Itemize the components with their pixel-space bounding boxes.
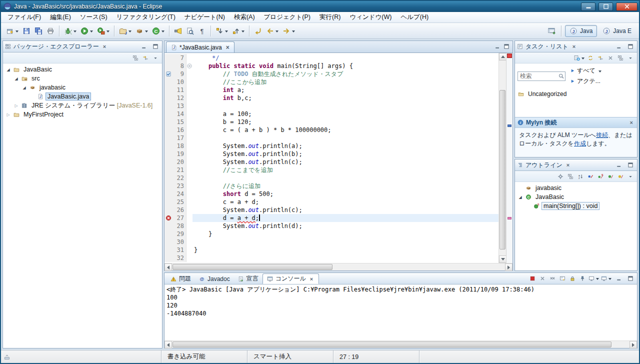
marker-gutter[interactable] [164,166,172,174]
code-text[interactable]: System.out.println(a); [192,142,498,150]
forward-button[interactable] [281,25,296,37]
code-text[interactable]: // TODO 自動生成されたメソッド・スタブ [192,70,498,78]
close-view-icon[interactable]: × [102,44,108,50]
fold-gutter[interactable] [186,182,192,190]
tab-declaration[interactable]: 宣言 [234,274,262,284]
marker-gutter[interactable] [164,158,172,166]
fold-gutter[interactable] [186,166,192,174]
pin-console-button[interactable] [578,274,587,283]
link-editor-button[interactable] [141,54,150,62]
tree-item[interactable]: ◢javabasic [3,83,162,92]
fold-gutter[interactable] [186,150,192,158]
mylyn-link[interactable]: 作成 [574,140,586,147]
code-text[interactable]: //ここから追加 [192,78,498,86]
scroll-right-button[interactable] [505,264,512,271]
print-button[interactable] [45,25,56,37]
code-text[interactable] [192,174,498,182]
scope-button[interactable]: すべて [568,66,603,76]
scrollbar-thumb[interactable] [500,90,506,250]
view-menu-button[interactable] [626,54,635,62]
titlebar[interactable]: Java - JavaBasic/src/javabasic/JavaBasic… [1,1,639,12]
maximize-editor-button[interactable] [502,42,511,51]
menu-item[interactable]: 実行(R) [315,12,345,23]
delete-x-button[interactable] [606,54,615,62]
tree-item[interactable]: javabasic [515,184,637,192]
menu-item[interactable]: プロジェクト(P) [260,12,315,23]
scroll-down-button[interactable] [499,256,506,263]
marker-gutter[interactable] [164,230,172,238]
scrollbar-track[interactable] [172,341,630,348]
menu-item[interactable]: ヘルプ(H) [396,12,433,23]
console-horizontal-scrollbar[interactable] [164,340,637,348]
code-editor[interactable]: 7 */8 public static void main(String[] a… [164,53,498,263]
code-text[interactable]: int b,c; [192,94,498,102]
code-text[interactable]: //ここまでを追加 [192,166,498,174]
new-class-button[interactable]: C [150,25,166,37]
fold-gutter[interactable] [186,78,192,86]
code-text[interactable]: */ [192,54,498,62]
expander-icon[interactable]: ◢ [13,76,20,81]
tree-item[interactable]: JJavaBasic.java [3,92,162,101]
console-output[interactable]: <終了> JavaBasic [Java アプリケーション] C:¥Progra… [164,284,637,340]
hide-fields-button[interactable] [586,172,595,181]
code-text[interactable] [192,238,498,246]
fold-gutter[interactable] [186,206,192,214]
code-text[interactable]: System.out.println(c); [192,206,498,214]
task-new-button[interactable] [574,54,585,62]
marker-gutter[interactable] [164,118,172,126]
minimize-editor-button[interactable] [493,42,502,51]
tab-console[interactable]: コンソール× [262,274,320,284]
code-text[interactable]: public static void main(String[] args) { [192,62,498,70]
editor-tab[interactable]: J *JavaBasic.java × [166,42,234,52]
fold-gutter[interactable] [186,190,192,198]
marker-gutter[interactable] [164,174,172,182]
search-icon[interactable] [558,73,564,80]
minimize-view-button[interactable] [614,160,624,170]
show-whitespace-button[interactable]: ¶ [196,25,208,37]
sort-alpha-button[interactable]: az [576,172,585,181]
scroll-right-button[interactable] [630,341,637,348]
marker-gutter[interactable] [164,150,172,158]
close-button[interactable] [616,2,638,11]
marker-gutter[interactable] [164,70,172,78]
minimize-view-button[interactable] [614,274,624,283]
fold-gutter[interactable] [186,126,192,134]
scroll-left-button[interactable] [164,264,172,271]
marker-gutter[interactable] [164,54,172,62]
code-text[interactable]: System.out.println(b); [192,150,498,158]
save-button[interactable] [21,25,32,37]
fold-gutter[interactable] [186,102,192,110]
fold-gutter[interactable] [186,238,192,246]
fold-gutter[interactable] [186,54,192,62]
fold-gutter[interactable] [186,222,192,230]
fold-gutter[interactable] [186,254,192,262]
fold-gutter[interactable] [186,118,192,126]
link-editor-button[interactable] [596,54,605,62]
overview-task-marker[interactable] [508,124,512,127]
menu-item[interactable]: ウィンドウ(W) [345,12,396,23]
code-text[interactable]: short d = 500; [192,190,498,198]
marker-gutter[interactable] [164,246,172,254]
remove-all-launches-button[interactable] [548,274,557,283]
expander-icon[interactable]: ▷ [13,104,20,108]
expander-icon[interactable]: ◢ [5,68,12,72]
expander-icon[interactable]: ◢ [517,195,524,200]
close-editor-icon[interactable]: × [226,44,230,51]
open-console-button[interactable] [600,274,612,283]
marker-gutter[interactable] [164,206,172,214]
last-edit-location-button[interactable] [252,25,264,37]
marker-gutter[interactable] [164,198,172,206]
hide-static-button[interactable]: S [596,172,605,181]
scroll-left-button[interactable] [164,341,172,348]
fold-gutter[interactable] [186,110,192,118]
tab-javadoc[interactable]: @Javadoc [195,274,234,284]
code-text[interactable]: System.out.println(d); [192,222,498,230]
minimize-view-button[interactable] [614,42,624,51]
view-menu-button[interactable] [151,54,160,62]
menu-item[interactable]: ファイル(F) [3,12,46,23]
expander-icon[interactable]: ▷ [5,112,12,117]
new-package-button[interactable] [134,25,150,37]
tree-item[interactable]: ◢CJavaBasic [515,192,637,202]
run-button[interactable] [79,25,94,37]
code-text[interactable]: c = ( a + b ) * b * 100000000; [192,126,498,134]
